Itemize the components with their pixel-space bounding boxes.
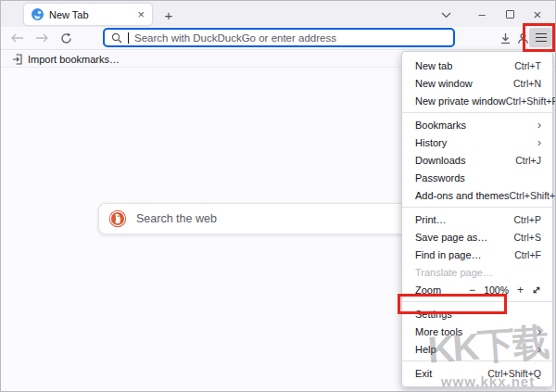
menu-item-label: Find in page…	[415, 249, 482, 260]
menu-item-label: Downloads	[415, 155, 465, 166]
back-button[interactable]	[7, 29, 28, 47]
menu-item-new-window[interactable]: New windowCtrl+N	[402, 74, 552, 92]
maximize-button[interactable]	[496, 2, 524, 26]
menu-item-label: Print…	[415, 214, 447, 225]
menu-separator	[402, 301, 552, 302]
menu-item-settings[interactable]: Settings	[402, 305, 552, 322]
new-tab-button[interactable]: +	[158, 5, 179, 25]
menu-item-new-private-window[interactable]: New private windowCtrl+Shift+P	[402, 92, 552, 109]
menu-item-label: Save page as…	[415, 232, 487, 243]
menu-item-label: Exit	[415, 368, 432, 379]
menu-item-label: Zoom	[415, 285, 441, 296]
zoom-out-button[interactable]: −	[469, 285, 475, 296]
menu-item-exit[interactable]: ExitCtrl+Shift+Q	[402, 364, 552, 382]
menu-item-save-page-as[interactable]: Save page as…Ctrl+S	[402, 228, 552, 246]
menu-item-shortcut: Ctrl+Shift+Q	[487, 368, 541, 379]
reload-button[interactable]	[56, 29, 76, 47]
menu-item-find-in-page[interactable]: Find in page…Ctrl+F	[402, 246, 552, 263]
hamburger-icon	[536, 37, 547, 39]
tab-strip: New Tab × + – ×	[1, 1, 555, 27]
menu-separator	[402, 112, 552, 113]
menu-item-add-ons-and-themes[interactable]: Add-ons and themesCtrl+Shift+A	[402, 186, 552, 204]
menu-item-label: Add-ons and themes	[415, 190, 510, 201]
menu-item-history[interactable]: History›	[402, 133, 552, 151]
menu-item-passwords[interactable]: Passwords	[402, 169, 552, 186]
tab-favicon-icon	[32, 8, 44, 20]
menu-item-shortcut: Ctrl+F	[514, 249, 541, 260]
duckduckgo-logo-icon	[108, 209, 127, 228]
menu-separator	[402, 207, 552, 208]
menu-item-shortcut: Ctrl+T	[514, 60, 541, 71]
submenu-chevron-icon: ›	[537, 344, 541, 355]
import-bookmarks-icon	[12, 54, 23, 65]
address-bar-placeholder: Search with DuckDuckGo or enter address	[134, 32, 336, 44]
import-bookmarks-button[interactable]: Import bookmarks…	[28, 54, 120, 65]
menu-item-label: Settings	[415, 309, 452, 320]
tab-title: New Tab	[49, 9, 132, 20]
menu-item-print[interactable]: Print…Ctrl+P	[402, 210, 552, 228]
menu-item-zoom[interactable]: Zoom−100%+	[402, 281, 552, 298]
menu-item-label: Passwords	[415, 172, 465, 183]
list-all-tabs-chevron-icon[interactable]	[436, 6, 455, 23]
window-controls: – ×	[468, 1, 551, 27]
menu-item-downloads[interactable]: DownloadsCtrl+J	[402, 151, 552, 169]
web-search-box[interactable]: Search the web	[98, 203, 441, 234]
menu-item-shortcut: Ctrl+S	[514, 232, 541, 243]
submenu-chevron-icon: ›	[537, 137, 541, 148]
menu-separator	[402, 360, 552, 361]
menu-item-label: History	[415, 137, 447, 148]
navigation-toolbar: Search with DuckDuckGo or enter address	[1, 27, 555, 50]
fullscreen-icon[interactable]	[532, 285, 541, 295]
menu-item-shortcut: Ctrl+N	[513, 78, 541, 89]
menu-item-shortcut: Ctrl+Shift+P	[506, 95, 556, 107]
menu-item-bookmarks[interactable]: Bookmarks›	[402, 116, 552, 133]
menu-item-more-tools[interactable]: More tools›	[402, 322, 552, 340]
minimize-button[interactable]: –	[468, 2, 496, 26]
submenu-chevron-icon: ›	[537, 120, 541, 131]
menu-item-label: New private window	[415, 95, 506, 107]
zoom-level: 100%	[484, 285, 509, 296]
app-menu-popup: New tabCtrl+TNew windowCtrl+NNew private…	[401, 51, 553, 387]
maximize-icon	[506, 10, 514, 19]
menu-item-new-tab[interactable]: New tabCtrl+T	[402, 57, 552, 74]
menu-item-label: Translate page…	[415, 267, 493, 278]
web-search-placeholder: Search the web	[136, 212, 217, 225]
address-bar[interactable]: Search with DuckDuckGo or enter address	[103, 28, 455, 47]
menu-item-shortcut: Ctrl+P	[514, 214, 541, 225]
browser-window: New Tab × + – × Search with DuckDuckG	[0, 0, 556, 392]
tab-close-icon[interactable]: ×	[137, 8, 145, 20]
menu-item-label: Bookmarks	[415, 120, 466, 131]
menu-item-translate-page: Translate page…	[402, 263, 552, 281]
zoom-in-button[interactable]: +	[517, 285, 524, 296]
menu-item-label: New window	[415, 78, 473, 89]
menu-item-help[interactable]: Help›	[402, 340, 552, 358]
menu-item-shortcut: Ctrl+Shift+A	[510, 190, 556, 201]
zoom-controls: −100%+	[469, 285, 541, 296]
tab-new-tab[interactable]: New Tab ×	[24, 4, 152, 25]
menu-item-label: More tools	[415, 326, 462, 337]
menu-item-shortcut: Ctrl+J	[515, 155, 541, 166]
menu-item-label: Help	[415, 344, 436, 355]
app-menu-button[interactable]	[529, 28, 552, 47]
menu-item-label: New tab	[415, 60, 452, 71]
search-icon	[111, 32, 122, 44]
text-caret	[128, 32, 129, 44]
forward-button[interactable]	[32, 29, 52, 47]
submenu-chevron-icon: ›	[537, 326, 541, 337]
close-button[interactable]: ×	[524, 2, 551, 26]
